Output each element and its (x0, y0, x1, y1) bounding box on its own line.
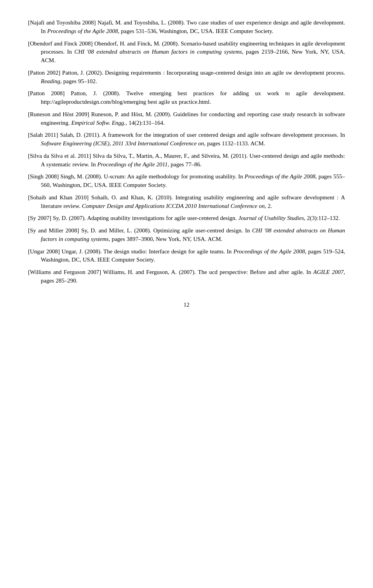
ref-text: [Sy and Miller 2008] Sy, D. and Miller, … (28, 227, 345, 244)
references-section: [Najafi and Toyoshiba 2008] Najafi, M. a… (28, 19, 345, 285)
list-item: [Sy 2007] Sy, D. (2007). Adapting usabil… (28, 214, 345, 223)
ref-text: [Sohaib and Khan 2010] Sohaib, O. and Kh… (28, 194, 345, 211)
ref-text: [Ungar 2008] Ungar, J. (2008). The desig… (28, 248, 345, 265)
list-item: [Patton 2002] Patton, J. (2002). Designi… (28, 69, 345, 86)
ref-text: [Silva da Silva et al. 2011] Silva da Si… (28, 152, 345, 169)
list-item: [Salah 2011] Salah, D. (2011). A framewo… (28, 131, 345, 148)
list-item: [Sohaib and Khan 2010] Sohaib, O. and Kh… (28, 194, 345, 211)
list-item: [Ungar 2008] Ungar, J. (2008). The desig… (28, 248, 345, 265)
list-item: [Williams and Ferguson 2007] Williams, H… (28, 268, 345, 285)
list-item: [Singh 2008] Singh, M. (2008). U-scrum: … (28, 173, 345, 190)
list-item: [Obendorf and Finck 2008] Obendorf, H. a… (28, 40, 345, 65)
list-item: [Runeson and Höst 2009] Runeson, P. and … (28, 110, 345, 127)
ref-text: [Najafi and Toyoshiba 2008] Najafi, M. a… (28, 19, 345, 36)
ref-text: [Patton 2002] Patton, J. (2002). Designi… (28, 69, 345, 86)
ref-text: [Obendorf and Finck 2008] Obendorf, H. a… (28, 40, 345, 65)
ref-text: [Williams and Ferguson 2007] Williams, H… (28, 268, 345, 285)
ref-text: [Salah 2011] Salah, D. (2011). A framewo… (28, 131, 345, 148)
ref-text: [Runeson and Höst 2009] Runeson, P. and … (28, 110, 345, 127)
list-item: [Silva da Silva et al. 2011] Silva da Si… (28, 152, 345, 169)
ref-text: [Patton 2008] Patton, J. (2008). Twelve … (28, 89, 345, 106)
list-item: [Patton 2008] Patton, J. (2008). Twelve … (28, 89, 345, 106)
page-number: 12 (28, 301, 345, 309)
ref-text: [Singh 2008] Singh, M. (2008). U-scrum: … (28, 173, 345, 190)
page: [Najafi and Toyoshiba 2008] Najafi, M. a… (0, 0, 373, 588)
list-item: [Najafi and Toyoshiba 2008] Najafi, M. a… (28, 19, 345, 36)
ref-text: [Sy 2007] Sy, D. (2007). Adapting usabil… (28, 214, 345, 223)
list-item: [Sy and Miller 2008] Sy, D. and Miller, … (28, 227, 345, 244)
